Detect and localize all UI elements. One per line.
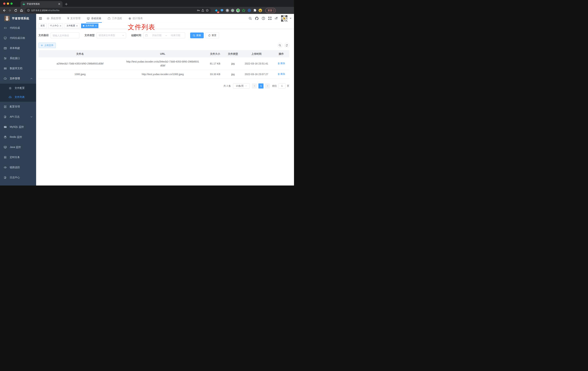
- extension-target-icon[interactable]: [231, 9, 234, 12]
- github-icon[interactable]: [255, 17, 259, 20]
- collapse-sidebar-icon[interactable]: [39, 17, 42, 20]
- topnav-workflow[interactable]: 工作流程: [108, 14, 122, 23]
- delete-button[interactable]: 删除: [278, 61, 285, 65]
- file-type-label: 文件类型: [84, 34, 95, 37]
- cell-type: jpg: [226, 59, 240, 68]
- url-host: 127.0.0.1:1024: [31, 9, 47, 12]
- page-buttons: 1: [252, 84, 270, 88]
- sidebar-item-code-generation[interactable]: 代码生成: [0, 23, 36, 33]
- cell-url: http://test.yudao.iocoder.cn/a294ecb2-73…: [122, 57, 204, 70]
- file-path-input-box[interactable]: [51, 32, 79, 38]
- end-date-placeholder[interactable]: 结束日期: [168, 34, 183, 37]
- chevron-down-icon: [245, 85, 247, 87]
- plus-icon: [41, 44, 43, 46]
- bookmark-star-icon[interactable]: [206, 9, 209, 12]
- start-date-placeholder[interactable]: 开始日期: [149, 34, 164, 37]
- goto-page-input[interactable]: 1: [278, 84, 285, 88]
- sidebar-item-file-list[interactable]: 文件列表: [0, 93, 36, 102]
- sidebar-item-config-management[interactable]: 配置管理: [0, 102, 36, 112]
- delete-button[interactable]: 删除: [278, 72, 285, 76]
- tag-home[interactable]: 首页: [39, 23, 47, 28]
- sidebar-item-db-doc[interactable]: 数据库文档: [0, 64, 36, 74]
- table-icon: [4, 67, 7, 70]
- close-window-button[interactable]: [3, 2, 5, 5]
- extension-eye-icon[interactable]: [247, 9, 251, 12]
- topnav-payment-management[interactable]: ¥ 支付管理: [67, 14, 80, 23]
- back-icon[interactable]: [2, 8, 7, 13]
- sidebar-item-file-config[interactable]: 文件配置: [0, 84, 36, 93]
- minimize-window-button[interactable]: [7, 2, 9, 5]
- cell-filename: a294ecb2-73dd-4353-bf40-296b8931d0bf: [39, 59, 122, 68]
- avatar-caret-down-icon[interactable]: [290, 18, 292, 19]
- current-page-button[interactable]: 1: [258, 84, 263, 88]
- app-logo[interactable]: 芋道管理系统: [0, 14, 36, 23]
- sidebar-item-tracing[interactable]: 链路追踪: [0, 162, 36, 172]
- col-header-size: 文件大小: [204, 50, 226, 57]
- sidebar-item-redis-monitor[interactable]: Redis 监控: [0, 132, 36, 142]
- search-button[interactable]: 搜索: [190, 32, 204, 38]
- extension-y-icon[interactable]: y: [236, 9, 240, 12]
- password-key-icon[interactable]: [197, 9, 200, 12]
- next-page-icon[interactable]: [265, 84, 270, 88]
- forward-icon[interactable]: [8, 8, 12, 13]
- close-icon[interactable]: [76, 25, 78, 27]
- sliders-icon: [4, 57, 7, 60]
- sidebar-item-system-api[interactable]: 系统接口: [0, 53, 36, 64]
- user-avatar-qr[interactable]: [281, 15, 288, 22]
- edit-square-icon: [4, 105, 7, 108]
- window-controls: [0, 2, 16, 7]
- table-row: 1000.jpeg http://test.yudao.iocoder.cn/1…: [39, 70, 289, 79]
- browser-update-menu[interactable]: 更新: [265, 8, 276, 13]
- extensions-puzzle-icon[interactable]: [253, 9, 257, 12]
- sidebar-item-log-center[interactable]: 日志中心: [0, 172, 36, 183]
- extension-kite-icon[interactable]: 11: [215, 9, 218, 12]
- toggle-search-icon[interactable]: [277, 43, 283, 48]
- extension-emoji-icon[interactable]: [259, 9, 262, 12]
- close-icon[interactable]: [60, 25, 61, 27]
- search-icon[interactable]: [249, 17, 252, 20]
- reload-icon[interactable]: [13, 8, 18, 13]
- sidebar-item-java-monitor[interactable]: Java 监控: [0, 142, 36, 152]
- home-icon[interactable]: [19, 8, 24, 13]
- upload-file-button[interactable]: 上传文件: [39, 43, 56, 48]
- sidebar-item-mysql-monitor[interactable]: MySQL 监控: [0, 122, 36, 132]
- url-bar[interactable]: 127.0.0.1:1024/infra/file/file: [25, 8, 211, 13]
- tab-close-icon[interactable]: [58, 2, 61, 5]
- topnav-infrastructure[interactable]: 基础设施: [87, 14, 101, 23]
- sidebar-item-label: 定时任务: [10, 156, 20, 159]
- share-icon[interactable]: [201, 9, 204, 12]
- reset-button[interactable]: 重置: [206, 32, 219, 38]
- file-type-select[interactable]: 请选择文件类型: [97, 32, 126, 38]
- tag-profile[interactable]: 个人中心: [48, 23, 63, 28]
- briefcase-icon: [108, 17, 111, 20]
- site-info-icon[interactable]: [27, 9, 30, 12]
- zoom-window-button[interactable]: [10, 2, 13, 5]
- new-tab-button[interactable]: [65, 3, 68, 5]
- refresh-table-icon[interactable]: [284, 43, 289, 48]
- topnav-reports[interactable]: 统计报表: [128, 14, 143, 23]
- sidebar-item-scheduled-tasks[interactable]: 定时任务: [0, 152, 36, 162]
- extension-star-icon[interactable]: [242, 9, 245, 12]
- fullscreen-icon[interactable]: [268, 17, 272, 20]
- help-icon[interactable]: [262, 17, 265, 20]
- page-size-select[interactable]: 10条/页: [233, 84, 250, 88]
- sidebar-item-label: 代码生成: [10, 26, 20, 30]
- date-range-picker[interactable]: 开始日期 - 结束日期: [143, 32, 185, 38]
- tag-file-list[interactable]: 文件列表: [81, 23, 98, 28]
- close-icon[interactable]: [95, 25, 97, 27]
- sidebar-item-code-demo[interactable]: 代码生成示例: [0, 33, 36, 43]
- tags-view-bar: 首页 个人中心 文件配置 文件列表: [36, 23, 294, 29]
- browser-tab[interactable]: 芋道管理系统: [21, 1, 63, 7]
- code-icon: [4, 26, 7, 30]
- extension-gem-icon[interactable]: [220, 9, 224, 12]
- font-size-icon[interactable]: TT: [275, 17, 278, 20]
- sidebar-item-api-log[interactable]: API 日志: [0, 112, 36, 122]
- file-path-input[interactable]: [52, 34, 77, 37]
- sidebar-item-form-builder[interactable]: 表单构建: [0, 43, 36, 53]
- topnav-system-management[interactable]: 系统管理: [47, 14, 61, 23]
- prev-page-icon[interactable]: [252, 84, 257, 88]
- sidebar-item-file-management[interactable]: 文件管理: [0, 74, 36, 84]
- extension-command-icon[interactable]: ⌘: [226, 9, 229, 12]
- url-text[interactable]: 127.0.0.1:1024/infra/file/file: [31, 9, 195, 12]
- tag-file-config[interactable]: 文件配置: [65, 23, 79, 28]
